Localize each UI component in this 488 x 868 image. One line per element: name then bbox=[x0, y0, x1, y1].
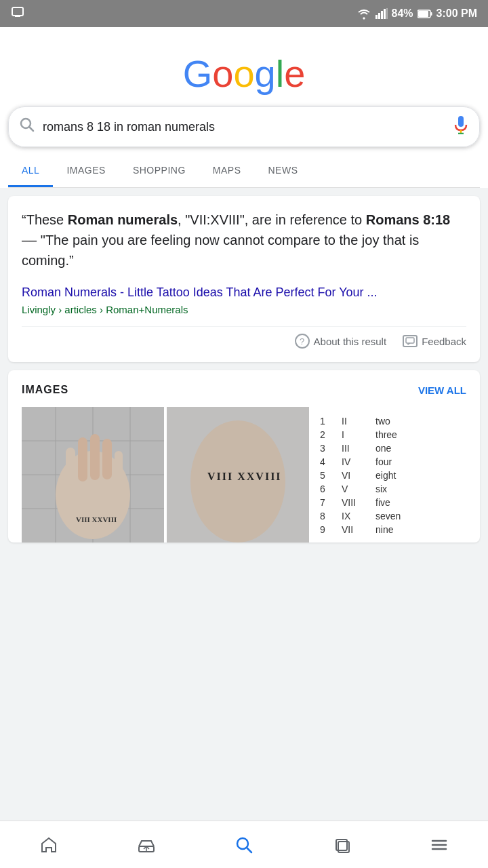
result-source: Livingly › articles › Roman+Numerals bbox=[22, 304, 466, 315]
battery-icon bbox=[418, 9, 432, 18]
svg-text:I: I bbox=[342, 429, 344, 440]
result-card: “These Roman numerals, "VII:XVIII", are … bbox=[8, 196, 480, 362]
nav-tabs[interactable] bbox=[332, 835, 351, 854]
images-grid: VIII XXVIII VIII XXVIII 1 bbox=[22, 407, 466, 542]
images-card: IMAGES VIEW ALL bbox=[8, 370, 480, 542]
svg-text:III: III bbox=[342, 443, 350, 454]
svg-text:V: V bbox=[342, 484, 348, 494]
notification-icon bbox=[11, 6, 24, 21]
search-area: Google romans 8 18 in roman numerals ALL… bbox=[0, 27, 488, 188]
signal-icon bbox=[375, 8, 388, 19]
svg-line-11 bbox=[30, 127, 34, 132]
result-link[interactable]: Roman Numerals - Little Tattoo Ideas Tha… bbox=[22, 284, 466, 301]
feedback-label: Feedback bbox=[422, 336, 466, 347]
image-thumb-2[interactable]: VIII XXVIII bbox=[167, 407, 309, 542]
search-tabs: ALL IMAGES SHOPPING MAPS NEWS bbox=[8, 155, 480, 188]
svg-text:VI: VI bbox=[342, 470, 350, 481]
nav-menu[interactable] bbox=[430, 835, 449, 854]
svg-rect-6 bbox=[386, 8, 388, 19]
svg-rect-0 bbox=[12, 7, 23, 16]
svg-text:8: 8 bbox=[320, 511, 325, 521]
search-query[interactable]: romans 8 18 in roman numerals bbox=[43, 120, 445, 134]
svg-text:four: four bbox=[375, 456, 392, 467]
feedback-button[interactable]: Feedback bbox=[403, 335, 466, 347]
svg-text:2: 2 bbox=[320, 429, 325, 440]
tab-shopping[interactable]: SHOPPING bbox=[119, 155, 199, 187]
search-nav-icon bbox=[235, 835, 253, 854]
svg-rect-25 bbox=[78, 437, 87, 481]
svg-text:7: 7 bbox=[320, 497, 325, 508]
image-thumb-1[interactable]: VIII XXVIII bbox=[22, 407, 164, 542]
about-label: About this result bbox=[314, 336, 387, 347]
svg-line-64 bbox=[247, 848, 252, 852]
home-icon bbox=[39, 835, 58, 854]
svg-rect-3 bbox=[378, 13, 380, 19]
image-thumb-3[interactable]: 1 2 3 4 5 6 7 8 9 II I III IV VI V VIII bbox=[312, 407, 454, 542]
svg-text:3: 3 bbox=[320, 443, 325, 454]
svg-text:9: 9 bbox=[320, 524, 325, 535]
svg-rect-9 bbox=[430, 12, 432, 16]
microphone-icon[interactable] bbox=[453, 115, 468, 138]
svg-text:nine: nine bbox=[375, 524, 394, 535]
result-quote: “These Roman numerals, "VII:XVIII", are … bbox=[22, 210, 466, 271]
feedback-icon bbox=[403, 335, 418, 347]
svg-point-63 bbox=[237, 838, 248, 849]
main-content: “These Roman numerals, "VII:XVIII", are … bbox=[0, 188, 488, 551]
svg-text:IV: IV bbox=[342, 456, 351, 467]
view-all-button[interactable]: VIEW ALL bbox=[418, 384, 466, 396]
nav-home[interactable] bbox=[39, 835, 58, 854]
svg-text:4: 4 bbox=[320, 456, 325, 467]
bottom-nav bbox=[0, 821, 488, 868]
clock: 3:00 PM bbox=[436, 7, 477, 20]
svg-rect-2 bbox=[375, 15, 378, 19]
svg-text:6: 6 bbox=[320, 484, 325, 494]
svg-rect-4 bbox=[381, 11, 383, 19]
google-logo: Google bbox=[8, 38, 480, 106]
images-title: IMAGES bbox=[22, 384, 68, 396]
svg-text:II: II bbox=[342, 416, 347, 427]
svg-text:seven: seven bbox=[375, 511, 401, 521]
search-box[interactable]: romans 8 18 in roman numerals bbox=[8, 106, 480, 147]
nav-search[interactable] bbox=[235, 835, 253, 854]
svg-rect-28 bbox=[115, 451, 123, 481]
images-header: IMAGES VIEW ALL bbox=[22, 384, 466, 396]
svg-text:VII: VII bbox=[342, 524, 353, 535]
tab-news[interactable]: NEWS bbox=[254, 155, 311, 187]
svg-text:six: six bbox=[375, 484, 387, 494]
svg-text:IX: IX bbox=[342, 511, 351, 521]
wifi-icon bbox=[357, 7, 371, 20]
svg-text:1: 1 bbox=[320, 416, 325, 427]
svg-text:one: one bbox=[375, 443, 392, 454]
svg-rect-8 bbox=[418, 11, 428, 17]
svg-rect-26 bbox=[90, 434, 100, 480]
tray-icon bbox=[137, 835, 156, 854]
tab-all[interactable]: ALL bbox=[8, 155, 53, 187]
tab-images[interactable]: IMAGES bbox=[53, 155, 119, 187]
svg-text:three: three bbox=[375, 429, 397, 440]
svg-text:VIII: VIII bbox=[342, 497, 356, 508]
svg-text:two: two bbox=[375, 416, 390, 427]
svg-text:VIII XXVIII: VIII XXVIII bbox=[207, 471, 282, 482]
about-icon: ? bbox=[295, 334, 310, 349]
nav-tray[interactable] bbox=[137, 835, 156, 854]
svg-rect-15 bbox=[406, 338, 414, 343]
svg-rect-27 bbox=[102, 439, 112, 479]
svg-rect-1 bbox=[15, 16, 20, 17]
svg-text:5: 5 bbox=[320, 470, 325, 481]
svg-text:eight: eight bbox=[375, 470, 396, 481]
tabs-icon bbox=[332, 835, 351, 854]
svg-text:five: five bbox=[375, 497, 390, 508]
svg-rect-12 bbox=[458, 116, 464, 127]
tab-maps[interactable]: MAPS bbox=[199, 155, 255, 187]
about-result-button[interactable]: ? About this result bbox=[295, 334, 387, 349]
svg-text:VIII XXVIII: VIII XXVIII bbox=[76, 515, 117, 524]
battery-percent: 84% bbox=[392, 7, 413, 20]
menu-icon bbox=[430, 835, 449, 854]
svg-rect-24 bbox=[66, 448, 75, 485]
result-actions: ? About this result Feedback bbox=[22, 326, 466, 349]
roman-table-image: 1 2 3 4 5 6 7 8 9 II I III IV VI V VIII bbox=[314, 410, 454, 542]
status-bar: 84% 3:00 PM bbox=[0, 0, 488, 27]
search-icon bbox=[20, 117, 35, 136]
stomach-tattoo-image: VIII XXVIII bbox=[167, 407, 309, 542]
status-icons: 84% 3:00 PM bbox=[357, 7, 478, 20]
